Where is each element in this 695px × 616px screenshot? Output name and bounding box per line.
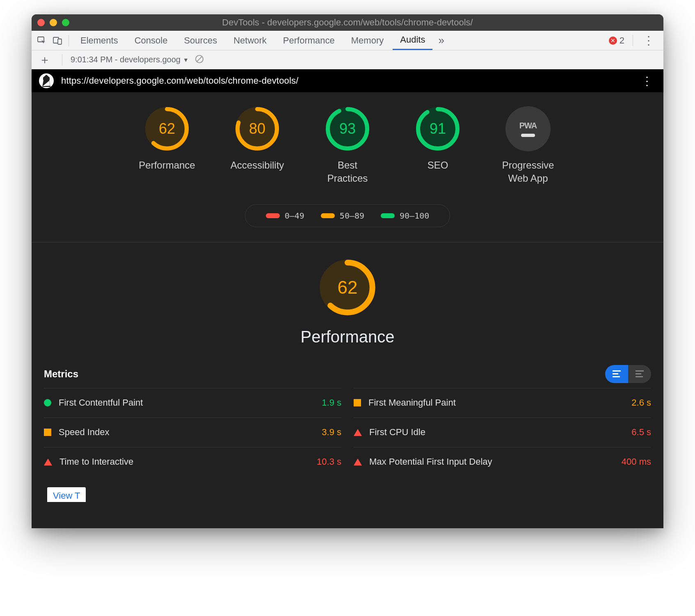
view-trace-button[interactable]: View T [47,487,86,502]
minimize-window-icon[interactable] [50,19,57,26]
pwa-icon: PWA [519,121,537,130]
tab-label: Console [135,35,168,46]
metric-row[interactable]: Time to Interactive 10.3 s [44,447,341,477]
legend-pass: 90–100 [381,211,429,221]
average-icon [354,399,361,406]
report-selector-label: 9:01:34 PM - developers.goog [71,55,181,64]
devtools-settings-icon[interactable]: ⋮ [637,34,660,47]
tab-performance[interactable]: Performance [276,31,342,50]
metric-row[interactable]: Max Potential First Input Delay 400 ms [354,447,651,477]
gauge-performance[interactable]: 62 Performance [132,106,202,185]
metrics-grid: First Contentful Paint 1.9 s Speed Index… [44,388,651,477]
gauge-score: 93 [325,106,370,151]
tab-memory[interactable]: Memory [344,31,391,50]
tab-label: Audits [400,34,425,45]
gauge-label: Performance [139,159,195,172]
tab-label: Memory [351,35,384,46]
tab-label: Elements [80,35,118,46]
gauge-label: Progressive Web App [502,159,554,185]
tab-label: Sources [184,35,217,46]
tab-sources[interactable]: Sources [176,31,224,50]
legend-label: 90–100 [400,211,429,221]
fail-icon [44,459,52,465]
gauge-score: 62 [144,106,190,151]
zoom-window-icon[interactable] [62,19,69,26]
metric-row[interactable]: First Meaningful Paint 2.6 s [354,388,651,418]
tab-audits[interactable]: Audits [393,31,432,50]
divider [62,54,62,66]
error-counter[interactable]: ✕ 2 [605,35,629,46]
average-icon [44,429,51,436]
devtools-window: DevTools - developers.google.com/web/too… [32,14,663,528]
metric-value: 2.6 s [631,397,651,408]
metric-value: 1.9 s [322,397,341,408]
gauge-score: 91 [415,106,460,151]
divider [633,35,633,46]
category-score: 62 [319,259,376,316]
metric-name: Time to Interactive [59,456,309,467]
score-gauges: 62 Performance 80 Accessibility 93 BestP… [32,92,663,194]
audits-toolbar: ＋ 9:01:34 PM - developers.goog ▼ [32,50,663,69]
gauge-label: SEO [428,159,448,172]
titlebar: DevTools - developers.google.com/web/too… [32,14,663,31]
tab-elements[interactable]: Elements [73,31,126,50]
gauge-ring: 62 [144,106,190,151]
window-controls [37,19,69,26]
category-title: Performance [32,328,663,346]
metric-row[interactable]: First Contentful Paint 1.9 s [44,388,341,418]
metrics-view-toggle [605,365,651,383]
inspect-element-icon[interactable] [35,34,49,48]
gauge-pwa[interactable]: PWA Progressive Web App [493,106,563,185]
metric-value: 10.3 s [317,456,341,467]
legend-label: 50–89 [340,211,364,221]
view-expanded-button[interactable] [628,365,651,383]
metric-row[interactable]: First CPU Idle 6.5 s [354,418,651,447]
report-menu-icon[interactable]: ⋮ [638,74,656,88]
devtools-tab-row: Elements Console Sources Network Perform… [32,31,663,50]
clear-icon[interactable] [194,54,204,66]
new-audit-icon[interactable]: ＋ [36,52,54,68]
metric-name: First Meaningful Paint [368,397,624,408]
pass-icon [44,399,51,406]
legend-pill-green [381,213,395,218]
pwa-bar-icon [521,134,535,137]
metric-name: Speed Index [59,427,314,438]
metric-name: First Contentful Paint [59,397,314,408]
error-count: 2 [620,35,624,46]
metrics-heading: Metrics [44,368,78,380]
metric-name: First CPU Idle [369,427,624,438]
category-header: 62 Performance [32,242,663,358]
lighthouse-report: 62 Performance 80 Accessibility 93 BestP… [32,92,663,528]
window-title: DevTools - developers.google.com/web/too… [32,17,663,28]
chevron-down-icon: ▼ [183,57,189,63]
pwa-badge: PWA [505,106,551,151]
metric-row[interactable]: Speed Index 3.9 s [44,418,341,447]
fail-icon [354,459,362,465]
device-toolbar-icon[interactable] [50,34,64,48]
svg-rect-2 [58,39,62,44]
legend-pill-red [266,213,280,218]
gauge-seo[interactable]: 91 SEO [403,106,473,185]
legend-average: 50–89 [321,211,364,221]
report-selector[interactable]: 9:01:34 PM - developers.goog ▼ [71,55,189,64]
legend-pill-orange [321,213,335,218]
gauge-accessibility[interactable]: 80 Accessibility [222,106,292,185]
score-legend: 0–49 50–89 90–100 [245,204,450,227]
tab-label: Performance [283,35,335,46]
legend-fail: 0–49 [266,211,304,221]
tab-network[interactable]: Network [226,31,274,50]
error-icon: ✕ [609,37,617,45]
tab-console[interactable]: Console [127,31,175,50]
gauge-score: 80 [235,106,280,151]
tab-label: Network [233,35,267,46]
gauge-ring: 93 [325,106,370,151]
category-gauge: 62 [319,259,376,316]
gauge-label: BestPractices [327,159,368,185]
close-window-icon[interactable] [37,19,45,26]
view-compact-button[interactable] [605,365,628,383]
gauge-best-practices[interactable]: 93 BestPractices [313,106,382,185]
metric-name: Max Potential First Input Delay [369,456,614,467]
legend-label: 0–49 [285,211,304,221]
gauge-ring: 80 [235,106,280,151]
more-tabs-icon[interactable]: » [434,34,448,47]
